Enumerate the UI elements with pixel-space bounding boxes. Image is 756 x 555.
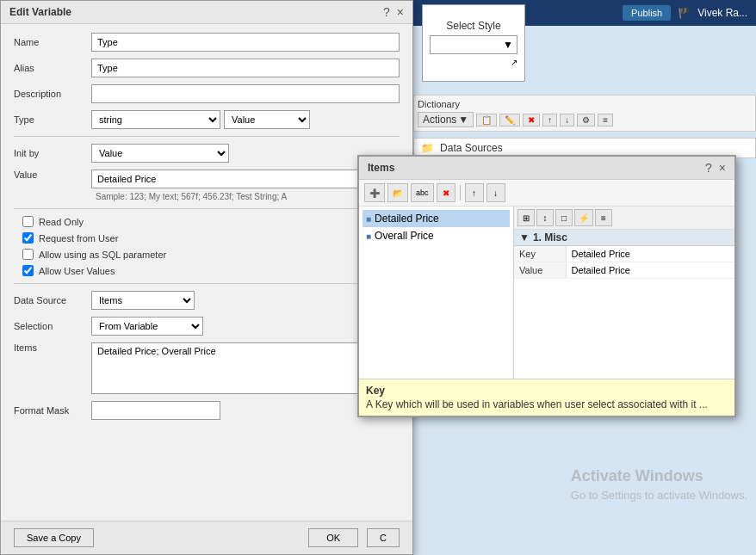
ok-button[interactable]: OK (308, 528, 358, 547)
dict-btn-2[interactable]: ✏️ (499, 114, 520, 126)
dictionary-area: Dictionary Actions ▼ 📋 ✏️ ✖ ↑ ↓ ⚙ ≡ (413, 95, 756, 132)
format-mask-row: Format Mask (14, 401, 400, 420)
name-input[interactable] (91, 33, 400, 52)
dict-btn-more[interactable]: ≡ (598, 114, 613, 126)
alias-input[interactable] (91, 59, 400, 77)
items-modal-title: Items (368, 162, 394, 174)
items-add-button[interactable]: ➕ (364, 183, 385, 202)
description-row: Description (14, 84, 400, 103)
format-mask-input[interactable] (91, 401, 220, 420)
name-row: Name (14, 33, 400, 52)
allow-user-values-checkbox[interactable] (22, 265, 34, 276)
dialog-title: Edit Variable (9, 6, 71, 18)
items-properties: ⊞ ↕ □ ⚡ ≡ ▼ 1. Misc Key Detailed Price V… (514, 207, 734, 379)
allow-sql-label: Allow using as SQL parameter (39, 250, 166, 260)
item-label-2: Overall Price (375, 230, 434, 242)
props-btn-3[interactable]: □ (555, 209, 573, 226)
props-btn-4[interactable]: ⚡ (574, 209, 593, 226)
dict-btn-settings[interactable]: ⚙ (577, 114, 595, 126)
initby-select[interactable]: Value (91, 144, 229, 163)
dialog-close-button[interactable]: × (397, 5, 404, 19)
format-mask-label: Format Mask (14, 405, 91, 416)
description-input[interactable] (91, 84, 400, 103)
items-close-button[interactable]: × (719, 161, 726, 175)
dictionary-label: Dictionary (418, 99, 752, 109)
allow-sql-row: Allow using as SQL parameter (22, 249, 400, 260)
items-open-button[interactable]: 📂 (387, 183, 408, 202)
select-style-dropdown[interactable]: ▼ (430, 35, 517, 54)
item-icon-2: ■ (366, 231, 371, 241)
list-item[interactable]: ■ Detailed Price (363, 210, 510, 227)
table-row: Key Detailed Price (514, 246, 734, 262)
props-btn-5[interactable]: ≡ (595, 209, 612, 226)
items-abc-button[interactable]: abc (411, 183, 434, 202)
props-btn-1[interactable]: ⊞ (517, 209, 535, 226)
value-input-wrap: ✏ (91, 170, 400, 188)
type-string-select[interactable]: string (91, 110, 220, 129)
key-label: Key (514, 246, 566, 262)
table-row: Value Detailed Price (514, 262, 734, 279)
separator-3 (14, 283, 400, 284)
cancel-button[interactable]: C (367, 528, 400, 547)
props-section-header: ▼ 1. Misc (514, 230, 734, 246)
read-only-row: Read Only (22, 216, 400, 227)
items-modal-toolbar: ➕ 📂 abc ✖ ↑ ↓ (359, 180, 734, 207)
items-textarea[interactable]: Detailed Price; Overall Price (91, 342, 400, 394)
edit-variable-dialog: Edit Variable ? × Name Alias Description… (0, 0, 413, 555)
props-table: Key Detailed Price Value Detailed Price (514, 246, 734, 279)
items-down-button[interactable]: ↓ (486, 183, 505, 202)
dialog-body: Name Alias Description Type string Value (1, 24, 412, 435)
chevron-down-icon: ▼ (503, 39, 513, 51)
name-label: Name (14, 37, 91, 47)
request-from-user-checkbox[interactable] (22, 232, 34, 244)
data-source-label: Data Source (14, 295, 91, 305)
value-label: Value (514, 262, 566, 279)
initby-row: Init by Value (14, 144, 400, 163)
actions-button[interactable]: Actions ▼ (418, 112, 474, 127)
select-style-panel: Select Style ▼ ↗ (422, 4, 525, 82)
list-item[interactable]: ■ Overall Price (363, 227, 510, 244)
props-section-label: 1. Misc (533, 231, 567, 244)
selection-select[interactable]: From Variable (91, 317, 203, 336)
read-only-checkbox[interactable] (22, 216, 34, 227)
items-list: ■ Detailed Price ■ Overall Price (359, 207, 514, 379)
type-label: Type (14, 114, 91, 125)
dict-btn-3[interactable]: ✖ (523, 114, 540, 126)
items-up-button[interactable]: ↑ (465, 183, 484, 202)
items-delete-button[interactable]: ✖ (437, 183, 455, 202)
hint-text: A Key which will be used in variables wh… (366, 398, 728, 410)
actions-label: Actions (423, 114, 456, 126)
app-flag-icon: 🏴 (678, 7, 691, 19)
type-value-select[interactable]: Value (224, 110, 310, 129)
sample-text: Sample: 123; My text; 567f; 456.23f; Tes… (96, 192, 400, 201)
toolbar-separator (460, 185, 461, 200)
items-help-button[interactable]: ? (705, 161, 712, 175)
separator-1 (14, 136, 400, 137)
save-copy-button[interactable]: Save a Copy (14, 528, 94, 547)
items-modal: Items ? × ➕ 📂 abc ✖ ↑ ↓ ■ Detailed Price… (357, 155, 736, 417)
data-source-select[interactable]: Items (91, 291, 195, 310)
items-modal-controls: ? × (705, 161, 726, 175)
props-toolbar: ⊞ ↕ □ ⚡ ≡ (514, 207, 734, 230)
publish-button[interactable]: Publish (623, 5, 671, 21)
data-source-row: Data Source Items (14, 291, 400, 310)
dict-btn-1[interactable]: 📋 (476, 114, 497, 126)
props-btn-2[interactable]: ↕ (536, 209, 554, 226)
allow-user-values-label: Allow User Values (39, 266, 115, 276)
alias-label: Alias (14, 63, 91, 73)
selection-label: Selection (14, 321, 91, 331)
items-modal-hint: Key A Key which will be used in variable… (359, 379, 734, 416)
value-input[interactable] (91, 170, 377, 188)
user-label: Vivek Ra... (697, 7, 747, 19)
value-row: Value ✏ (14, 170, 400, 188)
actions-chevron: ▼ (458, 114, 468, 126)
dialog-titlebar: Edit Variable ? × (1, 1, 412, 24)
dialog-help-button[interactable]: ? (383, 5, 390, 19)
dict-btn-down[interactable]: ↓ (560, 114, 574, 126)
initby-label: Init by (14, 148, 91, 158)
alias-row: Alias (14, 59, 400, 77)
selection-row: Selection From Variable (14, 317, 400, 336)
allow-sql-checkbox[interactable] (22, 249, 34, 260)
dict-btn-up[interactable]: ↑ (542, 114, 557, 126)
item-icon-1: ■ (366, 214, 371, 224)
